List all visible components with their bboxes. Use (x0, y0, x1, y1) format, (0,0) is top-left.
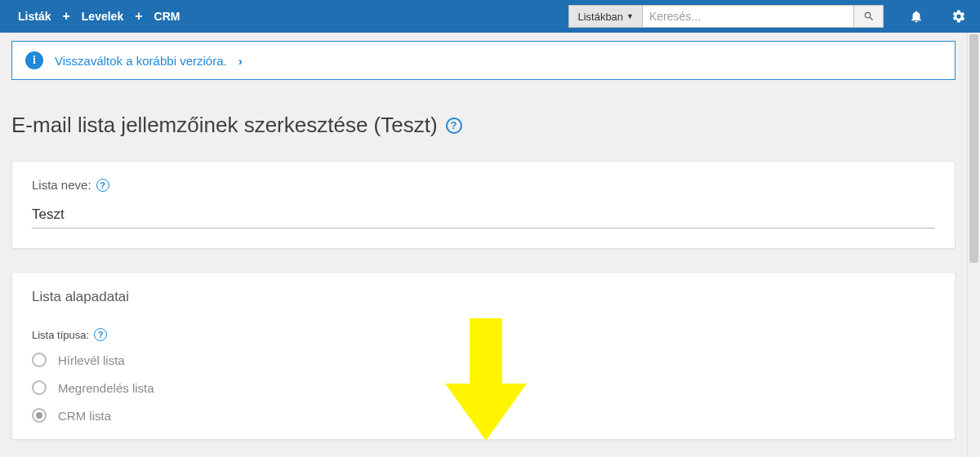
help-icon[interactable]: ? (446, 118, 462, 134)
page-title-text: E-mail lista jellemzőinek szerkesztése (… (11, 113, 438, 138)
topbar: Listák + Levelek + CRM Listákban ▼ (0, 0, 980, 33)
radio-icon (32, 408, 47, 423)
gear-icon (951, 9, 966, 24)
page-title: E-mail lista jellemzőinek szerkesztése (… (11, 113, 956, 138)
list-basics-card: Lista alapadatai Lista típusa: ? Hírlevé… (11, 272, 956, 440)
list-name-label-text: Lista neve: (32, 178, 91, 192)
revert-version-banner[interactable]: i Visszaváltok a korábbi verzióra. › (11, 41, 956, 80)
search-icon (863, 11, 875, 22)
search-scope-label: Listákban (577, 11, 623, 23)
radio-label: Megrendelés lista (58, 381, 154, 395)
scrollbar-thumb[interactable] (969, 34, 978, 263)
list-type-option-crm[interactable]: CRM lista (32, 408, 935, 423)
basics-heading: Lista alapadatai (32, 289, 935, 305)
info-icon: i (25, 51, 43, 69)
settings-button[interactable] (949, 7, 969, 26)
search-group: Listákban ▼ (568, 5, 884, 28)
banner-text: Visszaváltok a korábbi verzióra. (55, 54, 227, 68)
search-button[interactable] (854, 5, 884, 28)
search-scope-dropdown[interactable]: Listákban ▼ (568, 5, 642, 28)
add-list-button[interactable]: + (62, 10, 69, 23)
help-icon[interactable]: ? (96, 179, 109, 192)
radio-icon (32, 380, 47, 395)
list-type-option-order[interactable]: Megrendelés lista (32, 380, 935, 395)
radio-icon (32, 353, 47, 367)
search-input[interactable] (642, 5, 854, 28)
list-type-label: Lista típusa: ? (32, 328, 935, 341)
radio-label: CRM lista (58, 409, 111, 423)
page-content: i Visszaváltok a korábbi verzióra. › E-m… (0, 33, 967, 457)
chevron-right-icon: › (238, 54, 243, 68)
add-letter-button[interactable]: + (135, 10, 142, 23)
scrollbar[interactable] (967, 33, 980, 457)
bell-icon (909, 9, 924, 24)
list-name-card: Lista neve: ? (11, 161, 956, 249)
nav-lists[interactable]: Listák (18, 10, 51, 23)
nav-letters[interactable]: Levelek (82, 10, 123, 23)
help-icon[interactable]: ? (94, 328, 107, 341)
nav-crm[interactable]: CRM (154, 10, 180, 23)
list-name-input[interactable] (32, 203, 935, 228)
notifications-button[interactable] (906, 7, 926, 26)
list-type-label-text: Lista típusa: (32, 329, 89, 341)
list-name-label: Lista neve: ? (32, 178, 935, 192)
list-type-option-newsletter[interactable]: Hírlevél lista (32, 353, 935, 367)
radio-label: Hírlevél lista (58, 353, 125, 367)
caret-down-icon: ▼ (626, 12, 634, 20)
